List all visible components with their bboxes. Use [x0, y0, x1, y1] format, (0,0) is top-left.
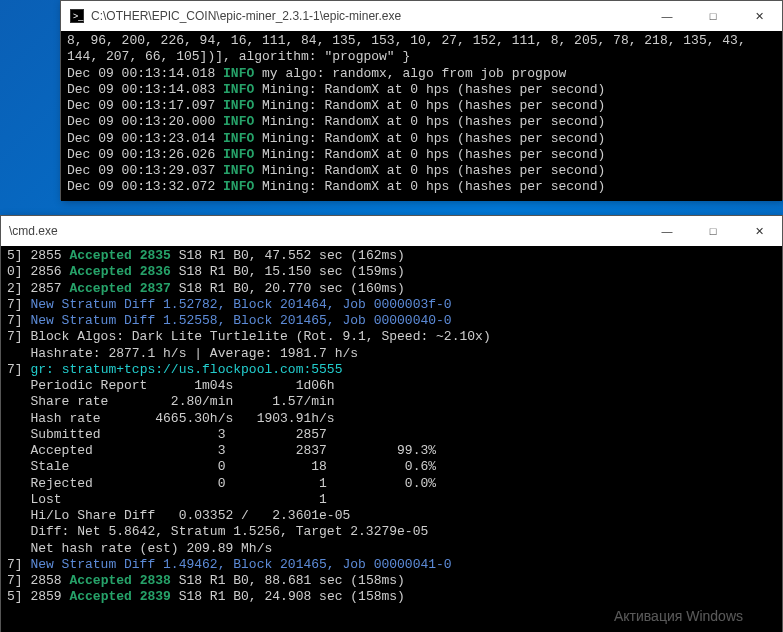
accepted-line: 5] 2855 Accepted 2835 S18 R1 B0, 47.552 … [7, 248, 405, 263]
log-level: INFO [223, 114, 254, 129]
window-title: \cmd.exe [9, 224, 644, 238]
log-line: Diff: Net 5.8642, Stratum 1.5256, Target… [7, 524, 428, 539]
log-line: Net hash rate (est) 209.89 Mh/s [7, 541, 272, 556]
minimize-button[interactable]: — [644, 1, 690, 31]
log-level: INFO [223, 131, 254, 146]
cmd-window: \cmd.exe — □ ✕ 5] 2855 Accepted 2835 S18… [0, 215, 783, 632]
log-level: INFO [223, 179, 254, 194]
epic-miner-window: >_ C:\OTHER\EPIC_COIN\epic-miner_2.3.1-1… [60, 0, 783, 200]
log-level: INFO [223, 147, 254, 162]
log-line: 7] Block Algos: Dark Lite Turtlelite (Ro… [7, 329, 491, 344]
log-level: INFO [223, 163, 254, 178]
accepted-line: 0] 2856 Accepted 2836 S18 R1 B0, 15.150 … [7, 264, 405, 279]
log-level: INFO [223, 82, 254, 97]
maximize-button[interactable]: □ [690, 216, 736, 246]
terminal-output: 5] 2855 Accepted 2835 S18 R1 B0, 47.552 … [1, 246, 782, 632]
titlebar[interactable]: \cmd.exe — □ ✕ [1, 216, 782, 246]
log-level: INFO [223, 66, 254, 81]
close-button[interactable]: ✕ [736, 1, 782, 31]
accepted-line: 7] 2858 Accepted 2838 S18 R1 B0, 88.681 … [7, 573, 405, 588]
report-row: Accepted 3 2837 99.3% [7, 443, 436, 458]
report-row: Stale 0 18 0.6% [7, 459, 436, 474]
log-line: Dec 09 00:13:23.014 INFO Mining: RandomX… [67, 131, 605, 146]
report-header: Periodic Report 1m04s 1d06h [7, 378, 335, 393]
minimize-button[interactable]: — [644, 216, 690, 246]
report-row: Submitted 3 2857 [7, 427, 327, 442]
accepted-line: 2] 2857 Accepted 2837 S18 R1 B0, 20.770 … [7, 281, 405, 296]
maximize-button[interactable]: □ [690, 1, 736, 31]
accepted-line: 5] 2859 Accepted 2839 S18 R1 B0, 24.908 … [7, 589, 405, 604]
log-level: INFO [223, 98, 254, 113]
report-row: Rejected 0 1 0.0% [7, 476, 436, 491]
window-controls: — □ ✕ [644, 216, 782, 246]
terminal-output: 8, 96, 200, 226, 94, 16, 111, 84, 135, 1… [61, 31, 782, 201]
log-line: Dec 09 00:13:20.000 INFO Mining: RandomX… [67, 114, 605, 129]
log-line: 7] gr: stratum+tcps://us.flockpool.com:5… [7, 362, 342, 377]
log-line: Hashrate: 2877.1 h/s | Average: 1981.7 h… [7, 346, 358, 361]
report-row: Share rate 2.80/min 1.57/min [7, 394, 335, 409]
log-line: Dec 09 00:13:32.072 INFO Mining: RandomX… [67, 179, 605, 194]
svg-text:>_: >_ [73, 11, 84, 21]
stratum-line: 7] New Stratum Diff 1.52558, Block 20146… [7, 313, 452, 328]
titlebar[interactable]: >_ C:\OTHER\EPIC_COIN\epic-miner_2.3.1-1… [61, 1, 782, 31]
log-line: 8, 96, 200, 226, 94, 16, 111, 84, 135, 1… [67, 33, 746, 48]
terminal-icon: >_ [69, 8, 85, 24]
stratum-line: 7] New Stratum Diff 1.52782, Block 20146… [7, 297, 452, 312]
log-line: 144, 207, 66, 105])], algorithm: "progpo… [67, 49, 410, 64]
log-line: Dec 09 00:13:14.083 INFO Mining: RandomX… [67, 82, 605, 97]
stratum-line: 7] New Stratum Diff 1.49462, Block 20146… [7, 557, 452, 572]
close-button[interactable]: ✕ [736, 216, 782, 246]
report-row: Lost 1 [7, 492, 327, 507]
window-controls: — □ ✕ [644, 1, 782, 31]
log-line: Dec 09 00:13:26.026 INFO Mining: RandomX… [67, 147, 605, 162]
report-row: Hash rate 4665.30h/s 1903.91h/s [7, 411, 335, 426]
log-line: Dec 09 00:13:14.018 INFO my algo: random… [67, 66, 566, 81]
log-line: Dec 09 00:13:29.037 INFO Mining: RandomX… [67, 163, 605, 178]
log-line: Hi/Lo Share Diff 0.03352 / 2.3601e-05 [7, 508, 350, 523]
window-title: C:\OTHER\EPIC_COIN\epic-miner_2.3.1-1\ep… [91, 9, 644, 23]
log-line: Dec 09 00:13:17.097 INFO Mining: RandomX… [67, 98, 605, 113]
